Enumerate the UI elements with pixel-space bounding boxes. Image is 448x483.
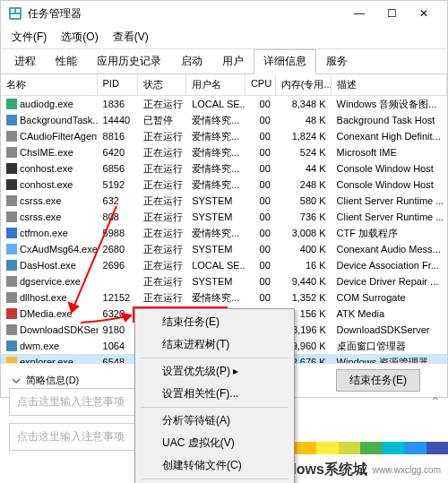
context-menu-item[interactable]: 设置优先级(P) ▸	[137, 360, 292, 383]
context-menu-item[interactable]: 设置相关性(F)...	[137, 383, 292, 405]
context-menu-item[interactable]: 创建转储文件(C)	[137, 454, 292, 477]
context-menu-item[interactable]: 结束任务(E)	[137, 311, 292, 333]
menu-separator	[141, 479, 289, 479]
menu-separator	[141, 358, 289, 358]
context-menu-item[interactable]: UAC 虚拟化(V)	[137, 432, 292, 454]
context-menu-item[interactable]: 分析等待链(A)	[137, 410, 292, 432]
context-menu: 结束任务(E)结束进程树(T)设置优先级(P) ▸设置相关性(F)...分析等待…	[134, 308, 295, 483]
context-menu-item[interactable]: 结束进程树(T)	[137, 333, 292, 356]
menu-separator	[141, 407, 289, 408]
